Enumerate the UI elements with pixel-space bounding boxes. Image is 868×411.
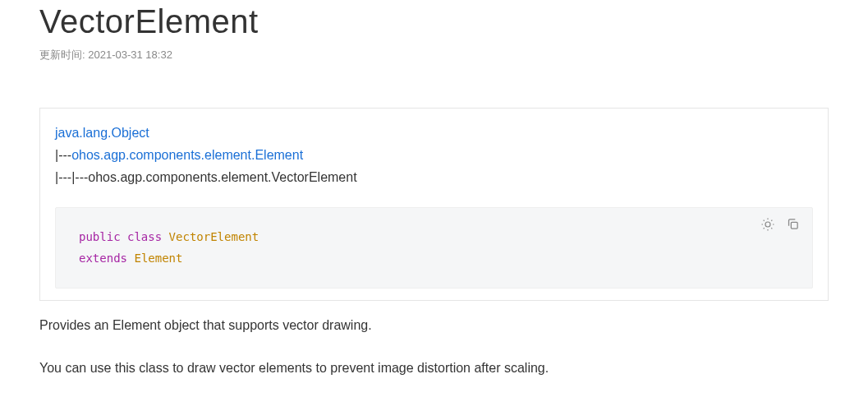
keyword-class: class: [127, 230, 162, 243]
hierarchy-level-2: |---|---ohos.agp.components.element.Vect…: [55, 166, 813, 188]
update-label: 更新时间:: [39, 48, 85, 61]
theme-toggle-icon[interactable]: [760, 216, 776, 233]
description-paragraph-1: Provides an Element object that supports…: [39, 316, 829, 335]
svg-point-0: [765, 222, 770, 227]
svg-line-3: [764, 219, 765, 220]
page-title: VectorElement: [39, 0, 829, 43]
link-java-lang-object[interactable]: java.lang.Object: [55, 126, 149, 140]
class-full-name: ohos.agp.components.element.VectorElemen…: [88, 170, 356, 184]
svg-line-7: [764, 228, 765, 229]
hierarchy-root: java.lang.Object: [55, 122, 813, 144]
code-block: public class VectorElement extends Eleme…: [55, 207, 813, 289]
update-value: 2021-03-31 18:32: [88, 48, 172, 61]
keyword-extends: extends: [79, 252, 127, 265]
hierarchy-level-1: |---ohos.agp.components.element.Element: [55, 144, 813, 166]
description-paragraph-2: You can use this class to draw vector el…: [39, 358, 829, 378]
svg-rect-9: [791, 222, 797, 229]
svg-line-8: [771, 219, 772, 220]
svg-line-4: [771, 228, 772, 229]
class-hierarchy-box: java.lang.Object |---ohos.agp.components…: [39, 108, 829, 301]
copy-icon[interactable]: [784, 216, 801, 233]
code-line-1: public class VectorElement: [79, 226, 789, 248]
update-time: 更新时间: 2021-03-31 18:32: [39, 48, 829, 62]
tree-branch: |---: [55, 148, 71, 162]
keyword-public: public: [79, 230, 121, 243]
tree-branch: |---|---: [55, 170, 88, 184]
code-actions: [760, 216, 801, 233]
super-class-name: Element: [134, 252, 182, 265]
link-element[interactable]: ohos.agp.components.element.Element: [71, 148, 303, 162]
doc-page: VectorElement 更新时间: 2021-03-31 18:32 jav…: [0, 0, 868, 408]
class-name: VectorElement: [169, 230, 259, 243]
code-line-2: extends Element: [79, 247, 789, 270]
